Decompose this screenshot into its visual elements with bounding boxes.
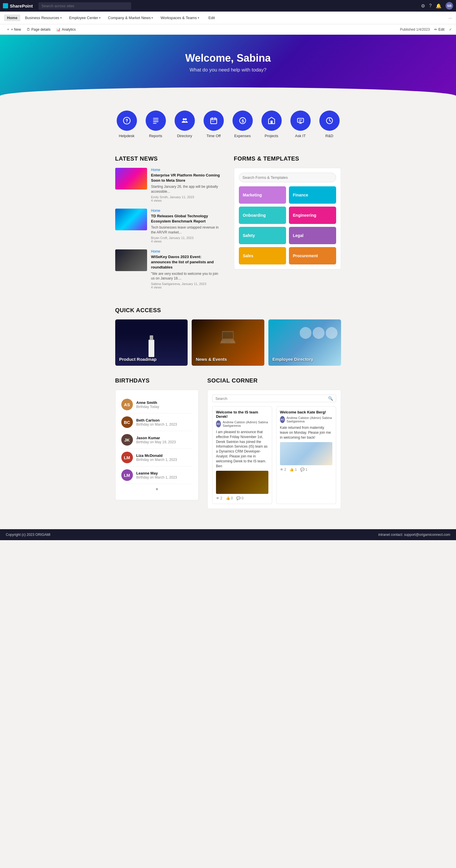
svg-rect-3	[153, 121, 159, 122]
svg-rect-11	[213, 121, 214, 122]
new-button[interactable]: ＋ + New	[4, 26, 23, 33]
form-card-finance[interactable]: Finance	[289, 186, 336, 204]
news-item[interactable]: Home TD Releases Global Technology Ecosy…	[115, 209, 222, 243]
form-card-onboarding[interactable]: Onboarding	[239, 207, 286, 224]
post-likes-1[interactable]: 👍 0	[226, 496, 233, 500]
news-title-1: Enterprise VR Platform Remio Coming Soon…	[151, 173, 222, 183]
form-card-engineering[interactable]: Engineering	[289, 207, 336, 224]
edit-button[interactable]: ✏ Edit	[432, 27, 447, 32]
global-search-input[interactable]	[38, 2, 131, 9]
notifications-icon[interactable]: 🔔	[436, 3, 441, 9]
news-category: Home	[151, 249, 222, 253]
icon-projects[interactable]: Projects	[261, 111, 282, 138]
person-avatar-5: LM	[121, 469, 133, 481]
news-meta-2: Bryan Croft, January 11, 20234 views	[151, 236, 222, 243]
person-info-4: Liza McDonald Birthday on March 1, 2023	[136, 454, 177, 462]
info-icon: 🗒	[27, 28, 30, 32]
brand-logo[interactable]: SharePoint	[3, 3, 33, 8]
birthday-expand-button[interactable]: ▾	[121, 484, 193, 494]
icon-reports[interactable]: Reports	[146, 111, 166, 138]
help-icon[interactable]: ?	[429, 3, 432, 8]
news-content-1: Home Enterprise VR Platform Remio Coming…	[151, 168, 222, 202]
news-title-3: WISeKey Davos 2023 Event: announces the …	[151, 254, 222, 270]
qa-card-news-events[interactable]: 💻 News & Events	[192, 319, 264, 366]
icon-helpdesk[interactable]: Helpdesk	[117, 111, 137, 138]
news-item[interactable]: Home Enterprise VR Platform Remio Coming…	[115, 168, 222, 202]
form-card-safety[interactable]: Safety	[239, 227, 286, 244]
eye-icon: 👁	[216, 496, 220, 500]
helpdesk-label: Helpdesk	[119, 134, 134, 138]
latest-news-title: LATEST NEWS	[115, 155, 222, 162]
settings-icon[interactable]: ⚙	[421, 3, 425, 9]
directory-label: Directory	[177, 134, 192, 138]
news-item[interactable]: Home WISeKey Davos 2023 Event: announces…	[115, 249, 222, 289]
social-posts-grid: Welcome to the IS team Derek! AC Andrew …	[212, 406, 336, 504]
person-bday-3: Birthday on May 19, 2023	[136, 440, 176, 444]
nav-item-employee[interactable]: Employee Center ▾	[66, 14, 103, 21]
birthday-item-5[interactable]: LM Leanne May Birthday on March 1, 2023	[121, 466, 193, 484]
icon-ask-it[interactable]: Ask IT	[290, 111, 311, 138]
lighthouse-decoration	[148, 340, 154, 357]
search-icon[interactable]: 🔍	[328, 396, 333, 401]
laptop-decoration: 💻	[219, 328, 236, 344]
person-avatar-4: LM	[121, 452, 133, 463]
icon-time-off[interactable]: Time Off	[203, 111, 224, 138]
qa-label-news-events: News & Events	[196, 357, 227, 362]
post-likes-2[interactable]: 👍 1	[289, 468, 297, 472]
birthday-card: AS Anne Smith Birthday Today BC Beth Car…	[115, 390, 199, 500]
nav-item-market[interactable]: Company & Market News ▾	[105, 14, 156, 21]
form-card-legal[interactable]: Legal	[289, 227, 336, 244]
icon-expenses[interactable]: $ Expenses	[232, 111, 253, 138]
nav-item-home[interactable]: Home	[4, 14, 20, 21]
form-card-procurement[interactable]: Procurement	[289, 247, 336, 265]
news-meta-1: Emily Smith, January 11, 20234 views	[151, 195, 222, 202]
plus-icon: ＋	[6, 27, 10, 32]
birthday-item-3[interactable]: JK Jason Kumar Birthday on May 19, 2023	[121, 431, 193, 449]
post-stats-1: 👁 2 👍 0 💬 0	[216, 496, 268, 500]
nav-item-business[interactable]: Business Resources ▾	[22, 14, 64, 21]
post-comments-2[interactable]: 💬 1	[300, 468, 308, 472]
news-content-2: Home TD Releases Global Technology Ecosy…	[151, 209, 222, 243]
birthday-item-1[interactable]: AS Anne Smith Birthday Today	[121, 396, 193, 413]
forms-templates-title: FORMS & TEMPLATES	[234, 155, 341, 162]
footer-contact: intranet contact: support@origamiconnect…	[378, 533, 450, 537]
chevron-down-icon: ▾	[198, 16, 199, 20]
social-corner-title: SOCIAL CORNER	[207, 377, 341, 384]
icon-rnd[interactable]: R&D	[319, 111, 340, 138]
form-card-marketing[interactable]: Marketing	[239, 186, 286, 204]
qa-card-product-roadmap[interactable]: Product Roadmap	[115, 319, 188, 366]
helpdesk-icon	[117, 111, 137, 131]
analytics-button[interactable]: 📊 Analytics	[54, 27, 78, 32]
news-title-2: TD Releases Global Technology Ecosystem …	[151, 214, 222, 224]
user-avatar[interactable]: SB	[446, 2, 453, 9]
news-thumb-1	[115, 168, 147, 189]
svg-rect-10	[212, 121, 212, 122]
person-bday-4: Birthday on March 1, 2023	[136, 458, 177, 462]
post-author-avatar-1: AC	[216, 421, 221, 427]
qa-card-employee-directory[interactable]: ⬤⬤⬤ Employee Directory	[268, 319, 341, 366]
svg-rect-2	[153, 120, 159, 120]
social-corner-section: SOCIAL CORNER 🔍 Welcome to the IS team D…	[207, 377, 341, 509]
person-name-1: Anne Smith	[136, 400, 159, 405]
circles-decoration: ⬤⬤⬤	[299, 325, 338, 339]
nav-item-workspaces[interactable]: Workspaces & Teams ▾	[158, 14, 202, 21]
post-text-1: I am pleased to announce that effective …	[216, 430, 268, 468]
svg-text:$: $	[241, 118, 244, 123]
birthday-item-2[interactable]: BC Beth Carlson Birthday on March 1, 202…	[121, 413, 193, 431]
time-off-label: Time Off	[206, 134, 221, 138]
page-details-button[interactable]: 🗒 Page details	[24, 27, 53, 32]
form-card-sales[interactable]: Sales	[239, 247, 286, 265]
nav-overflow-icon[interactable]: ···	[449, 16, 452, 20]
news-meta-3: Sabina Saetgareeva, January 11, 20234 vi…	[151, 282, 222, 289]
icon-directory[interactable]: Directory	[175, 111, 195, 138]
chevron-down-icon: ▾	[99, 16, 101, 20]
person-info-3: Jason Kumar Birthday on May 19, 2023	[136, 436, 176, 444]
svg-point-5	[183, 118, 185, 120]
birthday-item-4[interactable]: LM Liza McDonald Birthday on March 1, 20…	[121, 449, 193, 466]
search-forms-input[interactable]	[239, 173, 336, 182]
post-comments-1[interactable]: 💬 0	[236, 496, 244, 500]
rnd-label: R&D	[325, 134, 333, 138]
social-search-input[interactable]	[216, 396, 326, 401]
svg-rect-17	[299, 121, 301, 122]
nav-item-edit[interactable]: Edit	[205, 14, 218, 21]
